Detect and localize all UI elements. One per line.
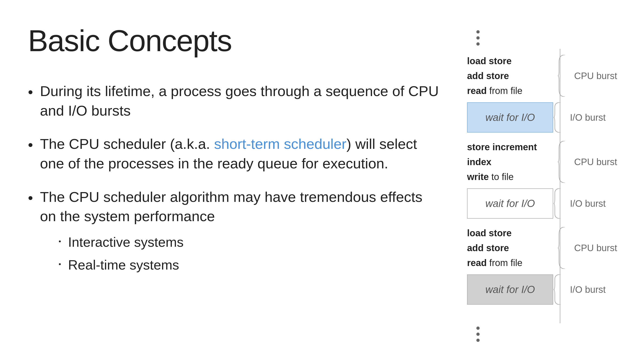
bullet-dot-2: • (28, 135, 33, 155)
brace-io-1 (554, 102, 568, 133)
cpu-text-2: store increment index write to file (458, 140, 558, 184)
brace-io-2 (554, 188, 568, 219)
sub-item-realtime: • Real-time systems (59, 256, 439, 274)
row-io-2: wait for I/O I/O burst (458, 188, 606, 219)
bullet-item-2: • The CPU scheduler (a.k.a. short-term s… (28, 134, 439, 173)
link-short-term-scheduler: short-term scheduler (214, 136, 346, 152)
label-io-2: I/O burst (568, 198, 606, 209)
row-io-1: wait for I/O I/O burst (458, 102, 606, 133)
sub-text-interactive: Interactive systems (68, 233, 184, 251)
io-box-1: wait for I/O (467, 102, 553, 133)
bullet-text-3: The CPU scheduler algorithm may have tre… (40, 187, 439, 274)
cpu-line-1-1: load store (467, 53, 558, 68)
dot-top-3 (476, 42, 480, 46)
top-dots (467, 30, 480, 46)
bullet-text-2: The CPU scheduler (a.k.a. short-term sch… (40, 134, 439, 173)
dot-bottom-1 (476, 327, 480, 330)
row-cpu-3: load store add store read from file CPU … (458, 226, 617, 270)
row-io-3: wait for I/O I/O burst (458, 274, 606, 305)
label-cpu-2: CPU burst (572, 157, 617, 167)
bullet-item-1: • During its lifetime, a process goes th… (28, 81, 439, 120)
label-cpu-1: CPU burst (572, 71, 617, 81)
bottom-dots (467, 327, 480, 342)
brace-cpu-3 (558, 227, 572, 269)
label-io-3: I/O burst (568, 284, 606, 295)
cpu-text-3: load store add store read from file (458, 226, 558, 270)
sub-dot-2: • (59, 260, 61, 269)
brace-cpu-2 (558, 141, 572, 183)
cpu-line-1-2: add store (467, 68, 558, 83)
cpu-line-3-3: read from file (467, 255, 558, 270)
sub-dot-1: • (59, 237, 61, 246)
row-cpu-1: load store add store read from file CPU … (458, 53, 617, 98)
cpu-text-1: load store add store read from file (458, 53, 558, 98)
slide-title: Basic Concepts (28, 23, 439, 58)
cpu-line-2-3: write to file (467, 169, 558, 184)
sub-text-realtime: Real-time systems (68, 256, 179, 274)
dot-top-1 (476, 30, 480, 33)
bullet-item-3: • The CPU scheduler algorithm may have t… (28, 187, 439, 274)
row-cpu-2: store increment index write to file CPU … (458, 140, 617, 184)
cpu-line-1-3: read from file (467, 83, 558, 98)
sub-item-interactive: • Interactive systems (59, 233, 439, 251)
label-io-1: I/O burst (568, 112, 606, 123)
bullet-text-1: During its lifetime, a process goes thro… (40, 81, 439, 120)
brace-cpu-1 (558, 55, 572, 97)
io-box-2: wait for I/O (467, 188, 553, 219)
cpu-line-3-2: add store (467, 240, 558, 255)
sub-list: • Interactive systems • Real-time system… (59, 233, 439, 274)
cpu-line-2-2: index (467, 155, 558, 169)
bullet-dot-1: • (28, 82, 33, 102)
right-diagram: load store add store read from file CPU … (458, 0, 644, 360)
bullet-dot-3: • (28, 188, 33, 208)
brace-io-3 (554, 274, 568, 305)
dot-bottom-3 (476, 339, 480, 342)
io-box-3: wait for I/O (467, 274, 553, 305)
dot-bottom-2 (476, 333, 480, 336)
bullet-list: • During its lifetime, a process goes th… (28, 81, 439, 274)
label-cpu-3: CPU burst (572, 243, 617, 253)
left-content: Basic Concepts • During its lifetime, a … (0, 0, 458, 360)
dot-top-2 (476, 36, 480, 39)
cpu-line-2-1: store increment (467, 140, 558, 155)
slide: Basic Concepts • During its lifetime, a … (0, 0, 644, 360)
cpu-line-3-1: load store (467, 226, 558, 240)
